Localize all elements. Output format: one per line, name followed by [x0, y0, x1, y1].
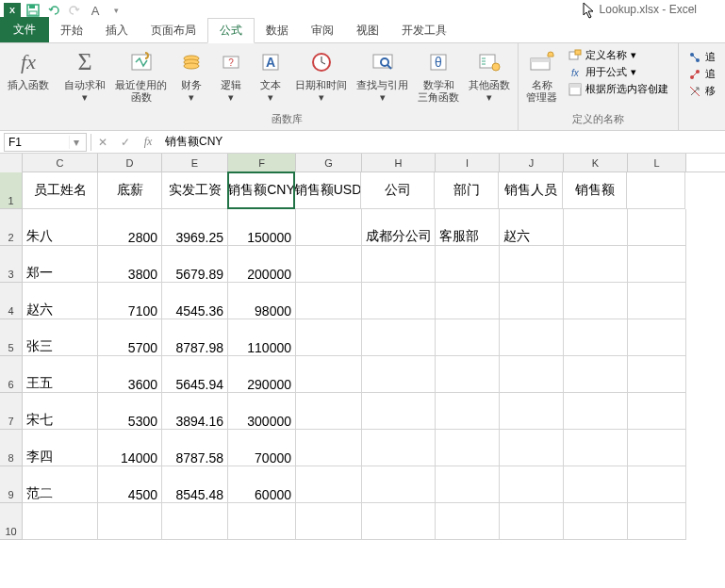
cell-H8[interactable] [362, 430, 436, 466]
cell-D7[interactable]: 5300 [98, 393, 162, 430]
cell-H2[interactable]: 成都分公司 [362, 209, 436, 246]
cell-C4[interactable]: 赵六 [23, 283, 98, 319]
remove-arrows-button[interactable]: 移 [684, 83, 719, 99]
cell-J8[interactable] [500, 430, 564, 466]
cell-L8[interactable] [628, 430, 686, 466]
cell-D8[interactable]: 14000 [98, 430, 162, 466]
cell-L2[interactable] [628, 209, 686, 246]
cell-F8[interactable]: 70000 [228, 430, 296, 466]
cell-C8[interactable]: 李四 [23, 430, 98, 466]
row-header-9[interactable]: 9 [0, 466, 23, 503]
select-all-corner[interactable] [0, 154, 23, 172]
tab-formulas[interactable]: 公式 [207, 18, 255, 43]
cell-J5[interactable] [500, 319, 564, 356]
row-header-5[interactable]: 5 [0, 319, 23, 356]
cell-E6[interactable]: 5645.94 [162, 356, 228, 393]
row-header-4[interactable]: 4 [0, 283, 23, 319]
cell-G7[interactable] [296, 393, 362, 430]
trace-dependents-button[interactable]: 追 [684, 66, 719, 82]
cell-E4[interactable]: 4545.36 [162, 283, 228, 319]
row-header-2[interactable]: 2 [0, 209, 23, 246]
tab-review[interactable]: 审阅 [300, 19, 345, 42]
cell-G3[interactable] [296, 246, 362, 283]
cell-K2[interactable] [564, 209, 628, 246]
cell-F5[interactable]: 110000 [228, 319, 296, 356]
cell-I2[interactable]: 客服部 [436, 209, 500, 246]
cell-H3[interactable] [362, 246, 436, 283]
cell-H1[interactable]: 公司 [361, 172, 435, 209]
text-button[interactable]: A 文本▾ [252, 45, 289, 110]
cell-E7[interactable]: 3894.16 [162, 393, 228, 430]
cell-G10[interactable] [296, 503, 362, 540]
insert-function-icon[interactable]: fx [137, 133, 159, 152]
cell-D2[interactable]: 2800 [98, 209, 162, 246]
column-header-F[interactable]: F [228, 154, 296, 172]
row-header-3[interactable]: 3 [0, 246, 23, 283]
cell-J6[interactable] [500, 356, 564, 393]
column-header-K[interactable]: K [564, 154, 628, 172]
cell-E9[interactable]: 8545.48 [162, 466, 228, 503]
cell-F9[interactable]: 60000 [228, 466, 296, 503]
cell-F2[interactable]: 150000 [228, 209, 296, 246]
name-box[interactable]: F1 ▾ [4, 133, 87, 152]
cell-F7[interactable]: 300000 [228, 393, 296, 430]
cell-C9[interactable]: 范二 [23, 466, 98, 503]
cell-J7[interactable] [500, 393, 564, 430]
tab-insert[interactable]: 插入 [94, 19, 140, 42]
cell-F1[interactable]: 销售额CNY [227, 172, 295, 209]
cell-H10[interactable] [362, 503, 436, 540]
cell-C3[interactable]: 郑一 [23, 246, 98, 283]
column-header-L[interactable]: L [628, 154, 686, 172]
cell-H6[interactable] [362, 356, 436, 393]
trace-precedents-button[interactable]: 追 [684, 49, 719, 65]
cell-I6[interactable] [436, 356, 500, 393]
cell-J9[interactable] [500, 466, 564, 503]
cell-C1[interactable]: 员工姓名 [23, 172, 98, 209]
cell-I10[interactable] [436, 503, 500, 540]
cell-G5[interactable] [296, 319, 362, 356]
row-header-6[interactable]: 6 [0, 356, 23, 393]
cell-K1[interactable]: 销售额 [563, 172, 627, 209]
cell-G9[interactable] [296, 466, 362, 503]
cell-E10[interactable] [162, 503, 228, 540]
cell-C2[interactable]: 朱八 [23, 209, 98, 246]
cell-E2[interactable]: 3969.25 [162, 209, 228, 246]
cell-F3[interactable]: 200000 [228, 246, 296, 283]
column-header-C[interactable]: C [23, 154, 98, 172]
cell-F6[interactable]: 290000 [228, 356, 296, 393]
row-header-7[interactable]: 7 [0, 393, 23, 430]
column-header-J[interactable]: J [500, 154, 564, 172]
cells-area[interactable]: 员工姓名底薪实发工资销售额CNY销售额USD公司部门销售人员销售额朱八28003… [23, 172, 686, 540]
cell-J10[interactable] [500, 503, 564, 540]
cell-H7[interactable] [362, 393, 436, 430]
lookup-button[interactable]: 查找与引用▾ [353, 45, 412, 110]
cell-K7[interactable] [564, 393, 628, 430]
column-header-G[interactable]: G [296, 154, 362, 172]
cell-L10[interactable] [628, 503, 686, 540]
cell-I8[interactable] [436, 430, 500, 466]
cell-G2[interactable] [296, 209, 362, 246]
cell-L7[interactable] [628, 393, 686, 430]
cell-I4[interactable] [436, 283, 500, 319]
tab-file[interactable]: 文件 [0, 17, 49, 42]
cell-K9[interactable] [564, 466, 628, 503]
cell-E5[interactable]: 8787.98 [162, 319, 228, 356]
cell-D3[interactable]: 3800 [98, 246, 162, 283]
cell-I7[interactable] [436, 393, 500, 430]
math-button[interactable]: θ 数学和 三角函数 [414, 45, 463, 110]
use-in-formula-button[interactable]: fx用于公式 ▾ [565, 64, 672, 80]
cell-G6[interactable] [296, 356, 362, 393]
enter-formula-icon[interactable]: ✓ [114, 133, 137, 152]
cell-K5[interactable] [564, 319, 628, 356]
financial-button[interactable]: 财务▾ [173, 45, 210, 110]
cell-E3[interactable]: 5679.89 [162, 246, 228, 283]
logical-button[interactable]: ? 逻辑▾ [212, 45, 250, 110]
tab-page-layout[interactable]: 页面布局 [140, 19, 207, 42]
cell-C6[interactable]: 王五 [23, 356, 98, 393]
cell-J4[interactable] [500, 283, 564, 319]
tab-view[interactable]: 视图 [345, 19, 390, 42]
cell-F10[interactable] [228, 503, 296, 540]
cell-H4[interactable] [362, 283, 436, 319]
cell-G4[interactable] [296, 283, 362, 319]
cancel-formula-icon[interactable]: ✕ [91, 133, 114, 152]
